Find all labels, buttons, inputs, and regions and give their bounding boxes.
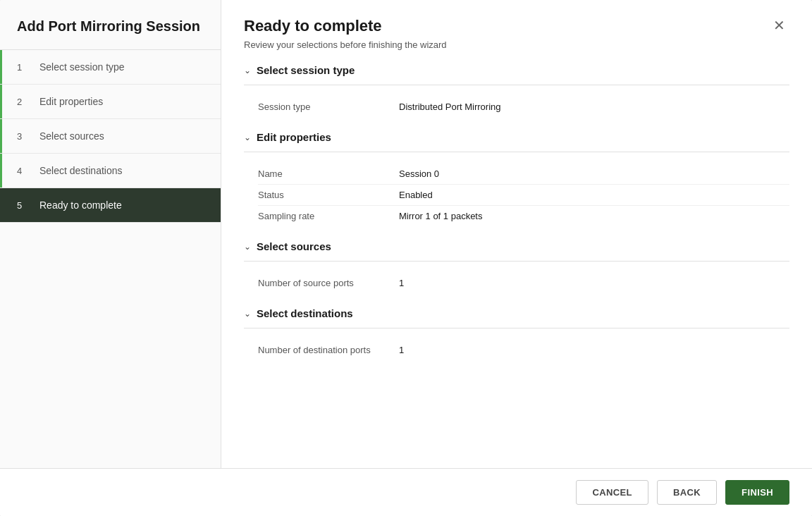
sidebar-title: Add Port Mirroring Session xyxy=(0,0,221,50)
sidebar-steps: 1Select session type2Edit properties3Sel… xyxy=(0,50,221,223)
section-title: Select destinations xyxy=(257,307,353,319)
row-value: Enabled xyxy=(399,190,433,200)
section-rows: Number of source ports1 xyxy=(244,273,789,293)
row-value: Mirror 1 of 1 packets xyxy=(399,211,483,221)
section-header-edit-properties[interactable]: ⌄Edit properties xyxy=(244,131,789,143)
table-row: StatusEnabled xyxy=(258,185,789,206)
row-value: 1 xyxy=(399,345,404,355)
section-header-select-sources[interactable]: ⌄Select sources xyxy=(244,240,789,252)
section-title: Select session type xyxy=(257,64,355,76)
row-value: Distributed Port Mirroring xyxy=(399,102,501,112)
chevron-down-icon: ⌄ xyxy=(244,66,251,75)
step-label: Select sources xyxy=(39,130,104,142)
section-divider xyxy=(244,85,789,85)
step-label: Edit properties xyxy=(39,96,103,107)
sidebar: Add Port Mirroring Session 1Select sessi… xyxy=(0,0,221,468)
row-label: Sampling rate xyxy=(258,211,399,221)
dialog-body: Add Port Mirroring Session 1Select sessi… xyxy=(0,0,812,468)
page-subtitle: Review your selections before finishing … xyxy=(221,35,812,64)
step-number: 1 xyxy=(17,62,32,73)
step-label: Ready to complete xyxy=(39,199,122,211)
review-section-select-session-type: ⌄Select session typeSession typeDistribu… xyxy=(244,64,789,117)
row-label: Status xyxy=(258,190,399,200)
sidebar-step-5[interactable]: 5Ready to complete xyxy=(0,188,221,223)
chevron-down-icon: ⌄ xyxy=(244,133,251,142)
section-divider xyxy=(244,152,789,152)
back-button[interactable]: BACK xyxy=(657,480,717,505)
sidebar-step-3[interactable]: 3Select sources xyxy=(0,119,221,154)
sidebar-step-2[interactable]: 2Edit properties xyxy=(0,85,221,119)
section-rows: NameSession 0StatusEnabledSampling rateM… xyxy=(244,164,789,226)
row-value: Session 0 xyxy=(399,168,439,179)
row-label: Number of destination ports xyxy=(258,345,399,355)
table-row: Sampling rateMirror 1 of 1 packets xyxy=(258,206,789,226)
row-value: 1 xyxy=(399,278,404,288)
row-label: Number of source ports xyxy=(258,278,399,288)
finish-button[interactable]: FINISH xyxy=(725,480,789,505)
dialog-footer: CANCEL BACK FINISH xyxy=(0,468,812,516)
add-port-mirroring-dialog: Add Port Mirroring Session 1Select sessi… xyxy=(0,0,812,516)
chevron-down-icon: ⌄ xyxy=(244,242,251,252)
table-row: Number of source ports1 xyxy=(258,273,789,293)
step-label: Select session type xyxy=(39,61,125,73)
main-header: Ready to complete ✕ xyxy=(221,0,812,35)
main-content: Ready to complete ✕ Review your selectio… xyxy=(221,0,812,468)
cancel-button[interactable]: CANCEL xyxy=(576,480,648,505)
section-title: Select sources xyxy=(257,240,331,252)
sidebar-step-1[interactable]: 1Select session type xyxy=(0,50,221,85)
section-title: Edit properties xyxy=(257,131,331,143)
section-rows: Number of destination ports1 xyxy=(244,340,789,360)
review-scroll-area: ⌄Select session typeSession typeDistribu… xyxy=(221,64,812,468)
table-row: Session typeDistributed Port Mirroring xyxy=(258,97,789,117)
section-header-select-destinations[interactable]: ⌄Select destinations xyxy=(244,307,789,319)
review-section-select-destinations: ⌄Select destinationsNumber of destinatio… xyxy=(244,307,789,360)
row-label: Session type xyxy=(258,102,399,112)
section-divider xyxy=(244,261,789,262)
row-label: Name xyxy=(258,168,399,179)
step-number: 3 xyxy=(17,131,32,142)
section-rows: Session typeDistributed Port Mirroring xyxy=(244,97,789,117)
step-number: 4 xyxy=(17,166,32,176)
sidebar-step-4[interactable]: 4Select destinations xyxy=(0,154,221,188)
review-section-select-sources: ⌄Select sourcesNumber of source ports1 xyxy=(244,240,789,293)
close-button[interactable]: ✕ xyxy=(769,17,789,34)
section-divider xyxy=(244,328,789,328)
table-row: Number of destination ports1 xyxy=(258,340,789,360)
page-title: Ready to complete xyxy=(244,17,382,35)
chevron-down-icon: ⌄ xyxy=(244,309,251,319)
section-header-select-session-type[interactable]: ⌄Select session type xyxy=(244,64,789,76)
review-section-edit-properties: ⌄Edit propertiesNameSession 0StatusEnabl… xyxy=(244,131,789,226)
table-row: NameSession 0 xyxy=(258,164,789,185)
step-label: Select destinations xyxy=(39,165,123,176)
step-number: 2 xyxy=(17,97,32,107)
step-number: 5 xyxy=(17,200,32,211)
